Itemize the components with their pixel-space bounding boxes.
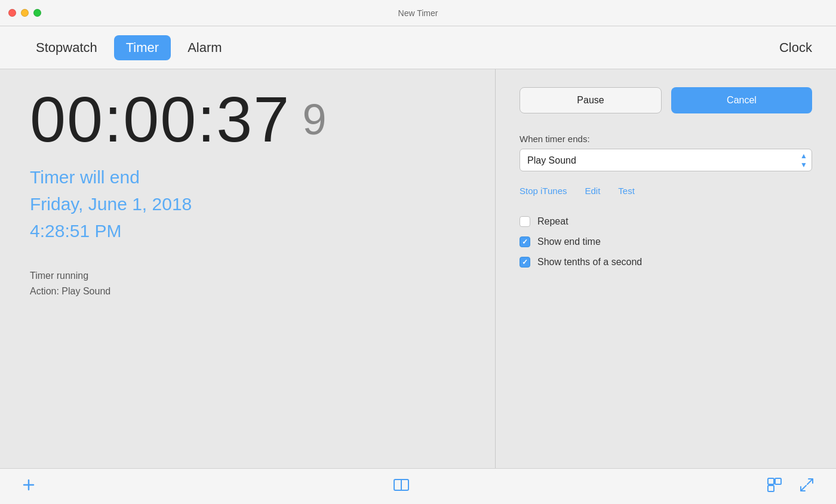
- timer-status-line1: Timer running: [30, 268, 465, 284]
- maximize-button[interactable]: [33, 9, 41, 17]
- titlebar: New Timer: [0, 0, 836, 26]
- svg-rect-6: [768, 485, 774, 491]
- svg-line-8: [801, 485, 806, 490]
- show-end-time-row: Show end time: [520, 236, 812, 247]
- when-ends-label: When timer ends:: [520, 134, 812, 144]
- traffic-lights: [8, 9, 41, 17]
- show-tenths-label: Show tenths of a second: [537, 257, 642, 268]
- action-links: Stop iTunes Edit Test: [520, 186, 812, 196]
- left-panel: 00:00:37 9 Timer will end Friday, June 1…: [0, 69, 496, 468]
- stop-itunes-link[interactable]: Stop iTunes: [520, 186, 567, 196]
- main-content: 00:00:37 9 Timer will end Friday, June 1…: [0, 69, 836, 468]
- split-view-button[interactable]: [389, 474, 413, 499]
- timer-end-line2: Friday, June 1, 2018: [30, 190, 465, 217]
- bottombar: [0, 468, 836, 504]
- tile-button[interactable]: [763, 474, 786, 500]
- timer-end-info: Timer will end Friday, June 1, 2018 4:28…: [30, 164, 465, 244]
- close-button[interactable]: [8, 9, 16, 17]
- timer-status-line2: Action: Play Sound: [30, 284, 465, 299]
- show-end-time-label: Show end time: [537, 236, 601, 247]
- repeat-checkbox[interactable]: [520, 216, 530, 227]
- timer-end-line3: 4:28:51 PM: [30, 217, 465, 244]
- bottom-right: [763, 474, 818, 500]
- show-tenths-row: Show tenths of a second: [520, 257, 812, 268]
- timer-time: 00:00:37: [30, 87, 290, 152]
- window-title: New Timer: [398, 8, 438, 18]
- expand-button[interactable]: [795, 474, 818, 500]
- buttons-row: Pause Cancel: [520, 87, 812, 113]
- timer-tenths: 9: [302, 98, 326, 141]
- tab-stopwatch[interactable]: Stopwatch: [24, 35, 109, 60]
- svg-rect-4: [768, 478, 774, 484]
- svg-rect-5: [775, 478, 781, 484]
- tab-timer[interactable]: Timer: [114, 35, 171, 60]
- minimize-button[interactable]: [21, 9, 29, 17]
- action-select[interactable]: Play Sound Stop iTunes Speak Text: [520, 149, 812, 171]
- timer-display: 00:00:37 9: [30, 87, 465, 152]
- pause-button[interactable]: Pause: [520, 87, 662, 113]
- add-button[interactable]: [18, 474, 39, 499]
- test-link[interactable]: Test: [618, 186, 635, 196]
- repeat-row: Repeat: [520, 216, 812, 227]
- tab-alarm[interactable]: Alarm: [176, 35, 233, 60]
- right-panel: Pause Cancel When timer ends: Play Sound…: [496, 69, 836, 468]
- checkbox-group: Repeat Show end time Show tenths of a se…: [520, 216, 812, 268]
- repeat-label: Repeat: [537, 216, 568, 227]
- edit-link[interactable]: Edit: [585, 186, 601, 196]
- tabbar: Stopwatch Timer Alarm Clock: [0, 26, 836, 69]
- svg-line-7: [807, 480, 812, 484]
- timer-status: Timer running Action: Play Sound: [30, 268, 465, 299]
- bottom-center: [39, 474, 763, 499]
- show-tenths-checkbox[interactable]: [520, 257, 530, 268]
- timer-end-line1: Timer will end: [30, 164, 465, 190]
- tab-clock[interactable]: Clock: [779, 40, 812, 56]
- when-ends-section: When timer ends: Play Sound Stop iTunes …: [520, 134, 812, 171]
- action-select-wrapper: Play Sound Stop iTunes Speak Text ▲ ▼: [520, 149, 812, 171]
- cancel-button[interactable]: Cancel: [671, 87, 812, 113]
- show-end-time-checkbox[interactable]: [520, 236, 530, 247]
